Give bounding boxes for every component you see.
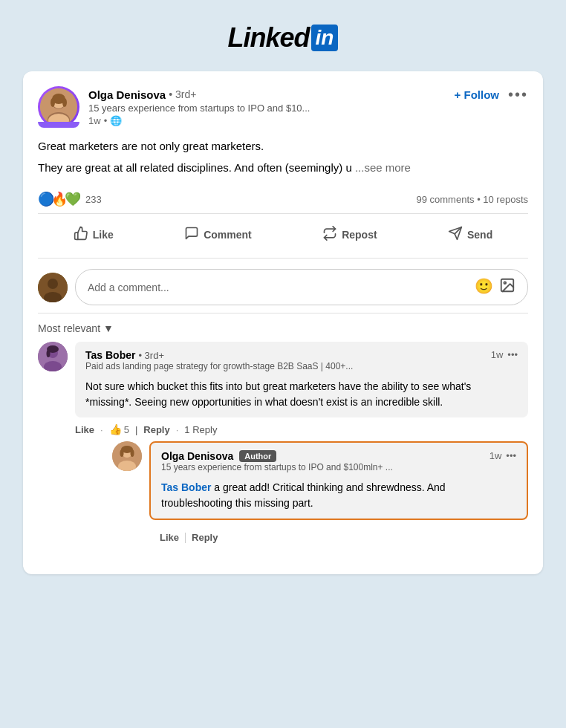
tas-comment-header: Tas Bober • 3rd+ Paid ads landing page s… (85, 349, 518, 376)
emoji-icon[interactable]: 🙂 (475, 277, 493, 297)
tas-comment-actions: Like · 👍 5 | Reply · 1 Reply (75, 423, 528, 435)
tas-time-more: 1w ••• (491, 349, 518, 360)
image-icon[interactable] (499, 277, 515, 297)
olga-reply-tagline: 15 years experience from startups to IPO… (161, 462, 393, 472)
post-text-line2: They are great at all related discipline… (38, 160, 528, 177)
svg-point-11 (48, 279, 58, 289)
commenter-avatar (38, 273, 68, 302)
comment-item-tas: Tas Bober • 3rd+ Paid ads landing page s… (38, 342, 528, 550)
tas-like-btn[interactable]: Like (75, 424, 94, 435)
tas-reaction: 👍 5 (109, 423, 129, 435)
svg-point-25 (131, 449, 134, 457)
post-card: Olga Denisova • 3rd+ 15 years experience… (23, 71, 543, 574)
svg-point-7 (62, 98, 67, 107)
tas-connection: • 3rd+ (138, 350, 164, 361)
comment-input-icons: 🙂 (475, 277, 515, 297)
post-text-line1: Great marketers are not only great marke… (38, 138, 528, 155)
repost-button[interactable]: Repost (313, 220, 386, 249)
more-options-button[interactable]: ••• (508, 86, 528, 103)
see-more-link[interactable]: ...see more (355, 161, 411, 174)
tas-comment-content: Tas Bober • 3rd+ Paid ads landing page s… (75, 342, 528, 550)
post-meta: Olga Denisova • 3rd+ 15 years experience… (88, 88, 310, 126)
olga-like-btn[interactable]: Like (160, 532, 179, 543)
tas-like-count: 5 (124, 424, 129, 435)
tas-name[interactable]: Tas Bober (85, 349, 135, 361)
tas-time: 1w (491, 349, 504, 360)
tas-reply-btn[interactable]: Reply (143, 424, 169, 435)
comments-reposts[interactable]: 99 comments • 10 reposts (416, 194, 528, 205)
tas-comment-meta: Tas Bober • 3rd+ Paid ads landing page s… (85, 349, 353, 376)
svg-point-24 (120, 449, 124, 457)
logo-badge: in (311, 25, 339, 51)
tas-comment-bubble: Tas Bober • 3rd+ Paid ads landing page s… (75, 342, 528, 417)
olga-reply-name[interactable]: Olga Denisova (161, 450, 233, 462)
olga-reply-time: 1w (489, 450, 502, 461)
filter-chevron: ▼ (103, 322, 114, 334)
olga-reply-bubble: Olga Denisova Author 15 years experience… (149, 441, 528, 520)
send-icon (448, 226, 463, 243)
post-header: Olga Denisova • 3rd+ 15 years experience… (38, 86, 528, 128)
svg-point-19 (47, 350, 51, 357)
olga-reply-time-more: 1w ••• (489, 450, 516, 461)
olga-reply-meta: Olga Denisova Author 15 years experience… (161, 450, 393, 477)
post-time: 1w • 🌐 (88, 115, 310, 126)
globe-icon: 🌐 (110, 115, 122, 126)
reaction-count: 233 (85, 194, 102, 205)
filter-label: Most relevant (38, 322, 100, 334)
author-avatar[interactable] (38, 86, 79, 128)
follow-button[interactable]: + Follow (455, 88, 499, 101)
svg-point-14 (504, 282, 506, 284)
post-connection: • 3rd+ (169, 88, 196, 100)
olga-reply-actions: Like Reply (149, 526, 528, 550)
mention-name[interactable]: Tas Bober (161, 481, 211, 493)
reactions-row: 🔵 🔥 💚 233 99 comments • 10 reposts (38, 185, 528, 214)
olga-small-avatar[interactable] (112, 441, 142, 471)
reaction-emojis: 🔵 🔥 💚 (38, 191, 81, 207)
comment-button[interactable]: Comment (175, 220, 261, 249)
comment-placeholder: Add a comment... (88, 282, 169, 293)
like-icon (74, 226, 88, 243)
olga-reply-btn[interactable]: Reply (192, 532, 218, 543)
post-content: Great marketers are not only great marke… (38, 138, 528, 176)
tas-comment-text: Not sure which bucket this fits into but… (85, 379, 518, 410)
svg-point-6 (51, 98, 55, 107)
tas-avatar[interactable] (38, 342, 68, 371)
reply-sep (185, 533, 186, 543)
comment-input-row: Add a comment... 🙂 (38, 259, 528, 313)
tas-reply-count[interactable]: 1 Reply (184, 424, 217, 435)
olga-reply-header: Olga Denisova Author 15 years experience… (161, 450, 516, 477)
post-author-name[interactable]: Olga Denisova (88, 88, 166, 101)
tas-more-btn[interactable]: ••• (507, 349, 518, 360)
comment-input-field[interactable]: Add a comment... 🙂 (75, 269, 528, 305)
olga-reply-content: Olga Denisova Author 15 years experience… (149, 441, 528, 550)
comment-icon (184, 226, 199, 243)
post-header-right: + Follow ••• (455, 86, 528, 103)
filter-row[interactable]: Most relevant ▼ (38, 313, 528, 342)
send-button[interactable]: Send (439, 220, 501, 249)
linkedin-logo: Linked in (228, 22, 339, 53)
tas-tagline: Paid ads landing page strategy for growt… (85, 361, 353, 371)
thumb-icon: 👍 (109, 423, 122, 435)
reactions-left[interactable]: 🔵 🔥 💚 233 (38, 191, 102, 207)
nested-reply-olga: Olga Denisova Author 15 years experience… (112, 441, 528, 550)
dot-sep: • (104, 115, 108, 126)
olga-reply-text: Tas Bober a great add! Critical thinking… (161, 480, 516, 511)
post-header-left: Olga Denisova • 3rd+ 15 years experience… (38, 86, 310, 128)
like-button[interactable]: Like (65, 220, 123, 249)
logo-text: Linked (228, 22, 310, 53)
repost-icon (322, 226, 337, 243)
olga-reply-more-btn[interactable]: ••• (506, 450, 516, 461)
action-buttons: Like Comment Repost (38, 217, 528, 259)
post-tagline: 15 years experience from startups to IPO… (88, 103, 310, 114)
author-badge: Author (239, 450, 276, 462)
